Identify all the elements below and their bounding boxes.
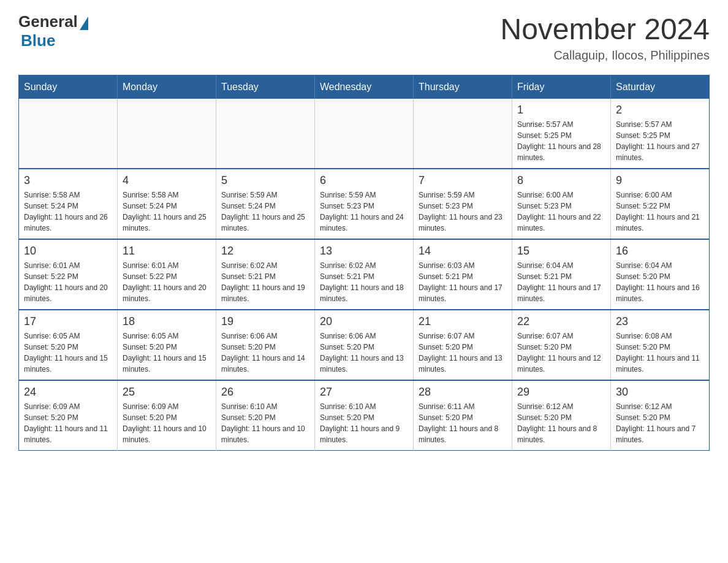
day-info: Sunrise: 6:09 AMSunset: 5:20 PMDaylight:… [123,401,211,445]
day-info: Sunrise: 6:12 AMSunset: 5:20 PMDaylight:… [616,401,704,445]
day-info: Sunrise: 6:07 AMSunset: 5:20 PMDaylight:… [419,331,507,375]
day-info: Sunrise: 6:08 AMSunset: 5:20 PMDaylight:… [616,331,704,375]
weekday-header-thursday: Thursday [414,75,512,99]
day-number: 20 [320,315,408,328]
day-number: 9 [616,174,704,187]
day-info: Sunrise: 6:00 AMSunset: 5:22 PMDaylight:… [616,190,704,234]
day-info: Sunrise: 6:01 AMSunset: 5:22 PMDaylight:… [123,260,211,304]
day-number: 24 [24,386,112,399]
weekday-header-friday: Friday [512,75,611,99]
day-info: Sunrise: 5:59 AMSunset: 5:23 PMDaylight:… [320,190,408,234]
day-info: Sunrise: 6:12 AMSunset: 5:20 PMDaylight:… [517,401,605,445]
logo-triangle-icon [80,17,88,30]
calendar-cell [414,99,512,169]
weekday-header-row: SundayMondayTuesdayWednesdayThursdayFrid… [19,75,710,99]
calendar-cell [19,99,118,169]
day-info: Sunrise: 5:59 AMSunset: 5:24 PMDaylight:… [221,190,309,234]
calendar-cell: 2Sunrise: 5:57 AMSunset: 5:25 PMDaylight… [611,99,710,169]
day-number: 12 [221,245,309,258]
day-number: 29 [517,386,605,399]
calendar-cell: 12Sunrise: 6:02 AMSunset: 5:21 PMDayligh… [216,239,315,310]
calendar-cell: 4Sunrise: 5:58 AMSunset: 5:24 PMDaylight… [118,169,216,239]
day-number: 18 [123,315,211,328]
calendar-cell [216,99,315,169]
day-info: Sunrise: 5:58 AMSunset: 5:24 PMDaylight:… [123,190,211,234]
day-number: 3 [24,174,112,187]
calendar-cell: 8Sunrise: 6:00 AMSunset: 5:23 PMDaylight… [512,169,611,239]
day-number: 13 [320,245,408,258]
day-info: Sunrise: 6:02 AMSunset: 5:21 PMDaylight:… [221,260,309,304]
calendar-week-row: 10Sunrise: 6:01 AMSunset: 5:22 PMDayligh… [19,239,710,310]
calendar-cell: 9Sunrise: 6:00 AMSunset: 5:22 PMDaylight… [611,169,710,239]
day-number: 10 [24,245,112,258]
logo: General Blue [18,12,88,50]
day-number: 1 [517,104,605,117]
calendar-cell: 19Sunrise: 6:06 AMSunset: 5:20 PMDayligh… [216,310,315,380]
weekday-header-saturday: Saturday [611,75,710,99]
day-info: Sunrise: 5:57 AMSunset: 5:25 PMDaylight:… [616,119,704,163]
day-info: Sunrise: 6:02 AMSunset: 5:21 PMDaylight:… [320,260,408,304]
calendar-cell: 21Sunrise: 6:07 AMSunset: 5:20 PMDayligh… [414,310,512,380]
calendar-cell: 5Sunrise: 5:59 AMSunset: 5:24 PMDaylight… [216,169,315,239]
calendar-cell: 11Sunrise: 6:01 AMSunset: 5:22 PMDayligh… [118,239,216,310]
day-info: Sunrise: 5:59 AMSunset: 5:23 PMDaylight:… [419,190,507,234]
day-info: Sunrise: 6:10 AMSunset: 5:20 PMDaylight:… [320,401,408,445]
day-number: 11 [123,245,211,258]
calendar-cell: 7Sunrise: 5:59 AMSunset: 5:23 PMDaylight… [414,169,512,239]
day-number: 23 [616,315,704,328]
weekday-header-wednesday: Wednesday [315,75,414,99]
calendar-cell: 26Sunrise: 6:10 AMSunset: 5:20 PMDayligh… [216,380,315,451]
calendar-cell: 27Sunrise: 6:10 AMSunset: 5:20 PMDayligh… [315,380,414,451]
calendar-cell: 29Sunrise: 6:12 AMSunset: 5:20 PMDayligh… [512,380,611,451]
calendar-cell: 15Sunrise: 6:04 AMSunset: 5:21 PMDayligh… [512,239,611,310]
day-info: Sunrise: 6:11 AMSunset: 5:20 PMDaylight:… [419,401,507,445]
day-info: Sunrise: 6:01 AMSunset: 5:22 PMDaylight:… [24,260,112,304]
calendar-week-row: 1Sunrise: 5:57 AMSunset: 5:25 PMDaylight… [19,99,710,169]
weekday-header-sunday: Sunday [19,75,118,99]
day-number: 19 [221,315,309,328]
calendar-cell: 25Sunrise: 6:09 AMSunset: 5:20 PMDayligh… [118,380,216,451]
day-info: Sunrise: 5:57 AMSunset: 5:25 PMDaylight:… [517,119,605,163]
day-number: 26 [221,386,309,399]
calendar-cell: 24Sunrise: 6:09 AMSunset: 5:20 PMDayligh… [19,380,118,451]
day-number: 6 [320,174,408,187]
title-block: November 2024 Callaguip, Ilocos, Philipp… [500,12,710,63]
calendar-cell: 10Sunrise: 6:01 AMSunset: 5:22 PMDayligh… [19,239,118,310]
day-info: Sunrise: 6:10 AMSunset: 5:20 PMDaylight:… [221,401,309,445]
day-number: 22 [517,315,605,328]
weekday-header-monday: Monday [118,75,216,99]
calendar-title: November 2024 [500,12,710,46]
calendar-cell [315,99,414,169]
day-number: 8 [517,174,605,187]
day-number: 14 [419,245,507,258]
calendar-week-row: 17Sunrise: 6:05 AMSunset: 5:20 PMDayligh… [19,310,710,380]
calendar-cell: 13Sunrise: 6:02 AMSunset: 5:21 PMDayligh… [315,239,414,310]
day-info: Sunrise: 6:05 AMSunset: 5:20 PMDaylight:… [123,331,211,375]
day-info: Sunrise: 6:09 AMSunset: 5:20 PMDaylight:… [24,401,112,445]
day-info: Sunrise: 6:05 AMSunset: 5:20 PMDaylight:… [24,331,112,375]
day-info: Sunrise: 6:07 AMSunset: 5:20 PMDaylight:… [517,331,605,375]
calendar-week-row: 24Sunrise: 6:09 AMSunset: 5:20 PMDayligh… [19,380,710,451]
day-number: 7 [419,174,507,187]
calendar-cell: 28Sunrise: 6:11 AMSunset: 5:20 PMDayligh… [414,380,512,451]
weekday-header-tuesday: Tuesday [216,75,315,99]
page-header: General Blue November 2024 Callaguip, Il… [18,12,710,63]
day-number: 17 [24,315,112,328]
day-number: 27 [320,386,408,399]
day-number: 2 [616,104,704,117]
calendar-cell: 22Sunrise: 6:07 AMSunset: 5:20 PMDayligh… [512,310,611,380]
logo-general-text: General [18,12,78,31]
calendar-cell: 6Sunrise: 5:59 AMSunset: 5:23 PMDaylight… [315,169,414,239]
day-info: Sunrise: 6:00 AMSunset: 5:23 PMDaylight:… [517,190,605,234]
calendar-cell: 14Sunrise: 6:03 AMSunset: 5:21 PMDayligh… [414,239,512,310]
day-number: 28 [419,386,507,399]
day-number: 30 [616,386,704,399]
calendar-cell: 18Sunrise: 6:05 AMSunset: 5:20 PMDayligh… [118,310,216,380]
calendar-cell: 23Sunrise: 6:08 AMSunset: 5:20 PMDayligh… [611,310,710,380]
calendar-cell: 3Sunrise: 5:58 AMSunset: 5:24 PMDaylight… [19,169,118,239]
day-number: 5 [221,174,309,187]
day-info: Sunrise: 6:04 AMSunset: 5:21 PMDaylight:… [517,260,605,304]
calendar-cell: 1Sunrise: 5:57 AMSunset: 5:25 PMDaylight… [512,99,611,169]
day-number: 4 [123,174,211,187]
day-info: Sunrise: 5:58 AMSunset: 5:24 PMDaylight:… [24,190,112,234]
